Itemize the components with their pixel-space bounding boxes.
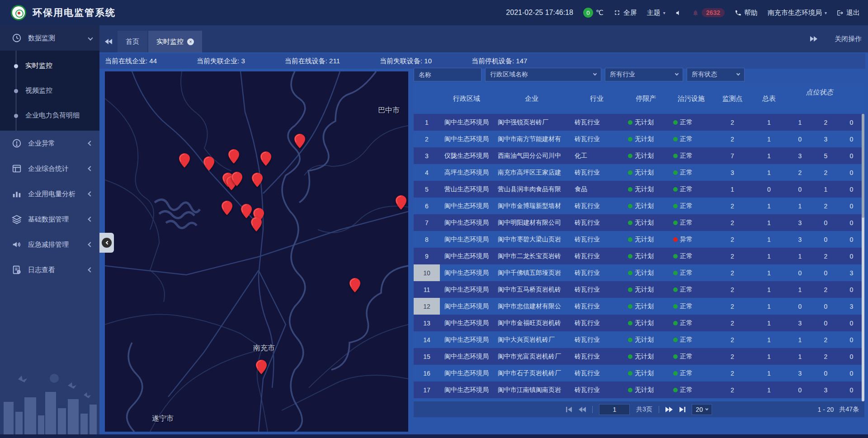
cell-running: 1 bbox=[787, 114, 813, 131]
table-row[interactable]: 13阆中生态环境局阆中市金福旺页岩机砖砖瓦行业无计划正常21300 bbox=[414, 315, 864, 331]
header-col-2[interactable]: 行业 bbox=[570, 84, 623, 114]
table-row[interactable]: 17阆中生态环境局阆中市江南镇阆南页岩砖瓦行业无计划正常21030 bbox=[414, 381, 864, 398]
header-col-1[interactable]: 企业 bbox=[493, 84, 570, 114]
status-dot-icon bbox=[673, 371, 678, 376]
cell-company: 阆中市五马桥页岩机砖 bbox=[493, 281, 570, 298]
map-pin-icon[interactable] bbox=[228, 149, 239, 164]
header-col-4[interactable]: 治污设施 bbox=[669, 84, 714, 114]
table-row[interactable]: 7阆中生态环境局阆中明阳建材有限公司砖瓦行业无计划正常21300 bbox=[414, 214, 864, 231]
table-row[interactable]: 4高坪生态环境局南充市高坪区王家店建砖瓦行业无计划正常31220 bbox=[414, 164, 864, 181]
tabs-scroll-left-button[interactable] bbox=[99, 31, 118, 52]
table-row[interactable]: 1阆中生态环境局阆中强锐页岩砖厂砖瓦行业无计划正常21120 bbox=[414, 114, 864, 131]
sidebar-item-emergency-reduction[interactable]: 应急减排管理 bbox=[0, 232, 99, 257]
map-pin-icon[interactable] bbox=[349, 278, 360, 292]
table-row[interactable]: 11阆中生态环境局阆中市五马桥页岩机砖砖瓦行业无计划正常21120 bbox=[414, 281, 864, 298]
map-pin-icon[interactable] bbox=[222, 201, 232, 215]
org-menu[interactable]: 南充市生态环境局▾ bbox=[768, 9, 827, 17]
status-dot-icon bbox=[673, 388, 678, 392]
status-dot-icon bbox=[673, 254, 678, 259]
map-pin-icon[interactable] bbox=[260, 151, 271, 166]
header-col-5[interactable]: 监测点 bbox=[714, 84, 751, 114]
sidebar: 数据监测实时监控视频监控企业电力负荷明细企业异常企业综合统计企业用电量分析基础数… bbox=[0, 25, 99, 438]
table-row[interactable]: 2阆中生态环境局阆中市南方节能建材有砖瓦行业无计划正常21030 bbox=[414, 131, 864, 147]
volume-button[interactable] bbox=[675, 9, 682, 16]
industry-filter-select[interactable]: 所有行业 bbox=[605, 68, 683, 81]
cell-treatment-status: 正常 bbox=[669, 365, 714, 381]
chevron-left-icon bbox=[88, 242, 93, 247]
last-page-button[interactable] bbox=[679, 407, 685, 412]
table-row[interactable]: 3仪陇生态环境局西南油气田分公司川中化工无计划正常71350 bbox=[414, 147, 864, 164]
map-collapse-button[interactable] bbox=[99, 233, 114, 253]
cell-lost: 0 bbox=[839, 147, 864, 164]
table-row[interactable]: 15阆中生态环境局阆中市光富页岩机砖厂砖瓦行业无计划正常21120 bbox=[414, 348, 864, 365]
table-scrollbar[interactable] bbox=[862, 114, 864, 401]
first-page-button[interactable] bbox=[566, 407, 572, 412]
sidebar-item-log-view[interactable]: 日志查看 bbox=[0, 257, 99, 283]
table-row[interactable]: 8阆中生态环境局阆中市枣碧大梁山页岩砖瓦行业无计划异常21300 bbox=[414, 231, 864, 248]
page-size-select[interactable]: 20 bbox=[692, 404, 712, 415]
range-label: 1 - 20 bbox=[818, 406, 834, 413]
map-pin-icon[interactable] bbox=[231, 172, 242, 186]
cell-total-meters: 0 bbox=[751, 181, 787, 198]
map-pin-icon[interactable] bbox=[256, 360, 267, 374]
close-icon[interactable]: × bbox=[187, 38, 194, 45]
cell-stopped: 0 bbox=[813, 315, 839, 331]
notifications[interactable]: 2632 bbox=[692, 8, 725, 17]
sidebar-item-power-analysis[interactable]: 企业用电量分析 bbox=[0, 181, 99, 207]
map-pin-icon[interactable] bbox=[251, 217, 262, 231]
cell-index: 18 bbox=[414, 398, 440, 401]
cell-running: 0 bbox=[787, 131, 813, 147]
table-row[interactable]: 18南部生态环境局南部县砌化水泥有限公建材行业无计划正常50050 bbox=[414, 398, 864, 401]
table-row[interactable]: 9阆中生态环境局阆中市二龙长宝页岩砖砖瓦行业无计划正常21120 bbox=[414, 248, 864, 264]
cell-stopped: 2 bbox=[813, 114, 839, 131]
sidebar-item-base-data[interactable]: 基础数据管理 bbox=[0, 207, 99, 232]
sidebar-item-enterprise-stats[interactable]: 企业综合统计 bbox=[0, 156, 99, 181]
cell-stop-status: 无计划 bbox=[623, 181, 669, 198]
temperature: 0 ℃ bbox=[583, 8, 604, 18]
table-row[interactable]: 16阆中生态环境局阆中市石子页岩机砖厂砖瓦行业无计划正常21300 bbox=[414, 365, 864, 381]
region-filter-select[interactable]: 行政区域名称 bbox=[485, 68, 601, 81]
help-button[interactable]: 帮助 bbox=[735, 9, 758, 17]
sidebar-item-enterprise-abnormal[interactable]: 企业异常 bbox=[0, 131, 99, 156]
app-header: 环保用电监管系统 2021-02-25 17:46:18 0 ℃ 全屏 主题▾ … bbox=[0, 0, 868, 25]
map-pin-icon[interactable] bbox=[396, 195, 406, 210]
log-icon bbox=[12, 265, 22, 275]
cell-stop-status: 无计划 bbox=[623, 164, 669, 181]
next-page-button[interactable] bbox=[665, 407, 673, 412]
cell-company: 阆中市石子页岩机砖厂 bbox=[493, 365, 570, 381]
logout-button[interactable]: 退出 bbox=[837, 9, 860, 17]
name-filter-input[interactable] bbox=[414, 68, 481, 81]
header-col-0[interactable]: 行政区域 bbox=[440, 84, 493, 114]
table-row[interactable]: 5营山生态环境局营山县润丰肉食品有限食品无计划正常10010 bbox=[414, 181, 864, 198]
map-pin-icon[interactable] bbox=[241, 204, 252, 218]
map-pin-icon[interactable] bbox=[252, 173, 263, 187]
page-number-input[interactable] bbox=[599, 404, 630, 415]
cell-treatment-status: 正常 bbox=[669, 381, 714, 398]
prev-page-button[interactable] bbox=[579, 407, 586, 412]
map-pin-icon[interactable] bbox=[294, 134, 305, 148]
table-row[interactable]: 6阆中生态环境局阆中市金博瑞新型墙材砖瓦行业无计划正常21120 bbox=[414, 198, 864, 214]
map-pin-icon[interactable] bbox=[203, 156, 214, 171]
status-dot-icon bbox=[673, 204, 678, 208]
sidebar-subitem-realtime-monitor[interactable]: 实时监控 bbox=[0, 53, 99, 78]
sidebar-item-data-monitor[interactable]: 数据监测 bbox=[0, 25, 99, 51]
header-col-3[interactable]: 停限产 bbox=[623, 84, 669, 114]
fullscreen-button[interactable]: 全屏 bbox=[613, 9, 637, 17]
sidebar-subitem-video-monitor[interactable]: 视频监控 bbox=[0, 78, 99, 103]
table-row[interactable]: 14阆中生态环境局阆中大兴页岩机砖厂砖瓦行业无计划正常21120 bbox=[414, 331, 864, 348]
map-panel[interactable]: 巴中市南充市遂宁市 bbox=[105, 71, 408, 432]
map-pin-icon[interactable] bbox=[179, 153, 190, 168]
tab-home[interactable]: 首页 bbox=[118, 31, 147, 52]
theme-menu[interactable]: 主题▾ bbox=[647, 9, 665, 17]
cell-monitor-points: 2 bbox=[714, 131, 751, 147]
table-row[interactable]: 10阆中生态环境局阆中千佛镇五郎垭页岩砖瓦行业无计划正常21003 bbox=[414, 264, 864, 281]
name-input[interactable] bbox=[419, 71, 476, 78]
cell-total-meters: 1 bbox=[751, 248, 787, 264]
cell-region: 阆中生态环境局 bbox=[440, 281, 493, 298]
cell-company: 营山县润丰肉食品有限 bbox=[493, 181, 570, 198]
status-dot-icon bbox=[673, 154, 678, 158]
tab-realtime[interactable]: 实时监控× bbox=[148, 31, 202, 52]
status-filter-select[interactable]: 所有状态 bbox=[687, 68, 745, 81]
table-row[interactable]: 12阆中生态环境局阆中市忠信建材有限公砖瓦行业无计划正常21003 bbox=[414, 298, 864, 315]
sidebar-subitem-power-load-detail[interactable]: 企业电力负荷明细 bbox=[0, 103, 99, 128]
